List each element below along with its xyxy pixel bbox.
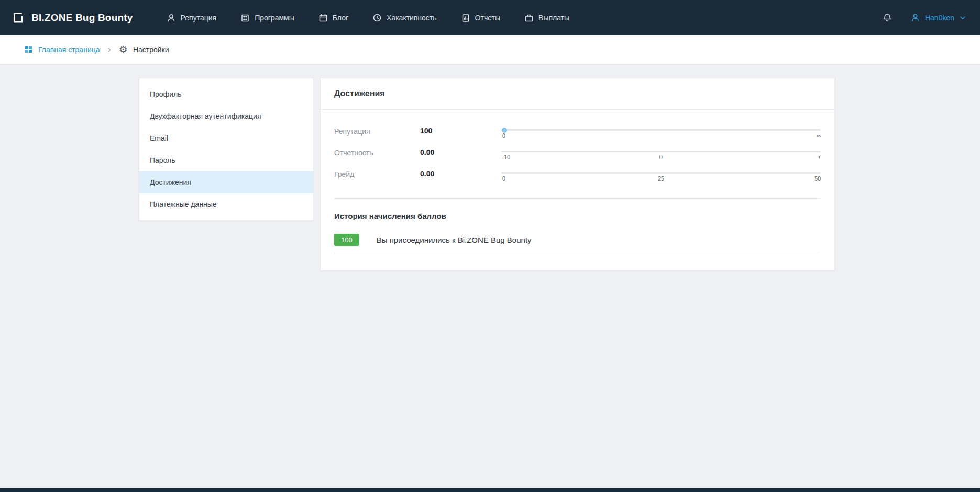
metrics-section: Репутация 100 0 ∞ Отчетность — [334, 110, 821, 199]
user-name: Han0ken — [925, 14, 954, 22]
gear-icon: ⚙ — [119, 44, 128, 54]
scale-max-label: ∞ — [817, 132, 821, 139]
main-content: Профиль Двухфакторная аутентификация Ema… — [0, 64, 980, 271]
navbar-right: Han0ken — [882, 13, 966, 23]
bizone-logo-icon — [12, 11, 25, 24]
slider-scale: -10 0 7 — [501, 154, 821, 162]
sidebar-item-profile[interactable]: Профиль — [139, 83, 313, 105]
nav-item-label: Репутация — [181, 14, 217, 22]
scale-min-label: -10 — [502, 154, 510, 160]
metric-value: 0.00 — [420, 169, 501, 178]
scale-min-label: 0 — [502, 175, 505, 182]
scale-max-label: 7 — [818, 154, 821, 160]
reports-icon — [461, 13, 470, 23]
nav-item-blog[interactable]: Блог — [318, 13, 348, 23]
settings-sidebar: Профиль Двухфакторная аутентификация Ema… — [139, 77, 314, 221]
breadcrumb-home-link[interactable]: Главная страница — [24, 45, 100, 54]
footer — [0, 488, 980, 492]
user-icon — [910, 13, 920, 23]
history-entry-text: Вы присоединились к Bi.ZONE Bug Bounty — [377, 236, 532, 244]
grade-slider: 0 25 50 — [501, 169, 821, 183]
history-entry: 100 Вы присоединились к Bi.ZONE Bug Boun… — [334, 234, 821, 253]
sidebar-item-2fa[interactable]: Двухфакторная аутентификация — [139, 105, 313, 127]
nav-item-label: Хакактивность — [387, 14, 437, 22]
home-grid-icon — [24, 45, 33, 54]
slider-track — [501, 151, 821, 152]
scale-max-label: 50 — [814, 175, 821, 182]
slider-scale: 0 ∞ — [501, 132, 821, 140]
metric-label: Грейд — [334, 169, 420, 178]
notifications-button[interactable] — [882, 13, 893, 23]
slider-track — [501, 129, 821, 131]
blog-icon — [318, 13, 328, 23]
breadcrumb-home-label: Главная страница — [38, 46, 100, 54]
points-history-title: История начисления баллов — [334, 211, 821, 220]
top-navbar: BI.ZONE Bug Bounty Репутация Программы — [0, 0, 980, 35]
reputation-icon — [167, 13, 176, 23]
scale-min-label: 0 — [502, 132, 505, 139]
points-history-section: История начисления баллов 100 Вы присоед… — [334, 199, 821, 268]
sidebar-item-achievements[interactable]: Достижения — [139, 171, 313, 193]
nav-item-label: Программы — [255, 14, 294, 22]
breadcrumb-current: ⚙ Настройки — [119, 44, 169, 54]
payments-icon — [524, 13, 534, 23]
sidebar-item-payment-data[interactable]: Платежные данные — [139, 193, 313, 215]
main-nav: Репутация Программы Блог — [167, 13, 570, 23]
metric-value: 0.00 — [420, 147, 501, 156]
slider-handle — [502, 128, 507, 133]
reputation-slider: 0 ∞ — [501, 126, 821, 140]
nav-item-payments[interactable]: Выплаты — [524, 13, 569, 23]
nav-item-reputation[interactable]: Репутация — [167, 13, 217, 23]
metric-row-reputation: Репутация 100 0 ∞ — [334, 126, 821, 140]
slider-track — [501, 172, 821, 174]
achievements-title: Достижения — [321, 78, 834, 110]
brand-title: BI.ZONE Bug Bounty — [31, 12, 133, 24]
metric-row-reporting: Отчетность 0.00 -10 0 7 — [334, 147, 821, 162]
scale-mid-label: 25 — [658, 175, 664, 182]
nav-item-hackactivity[interactable]: Хакактивность — [372, 13, 437, 23]
metric-value: 100 — [420, 126, 501, 135]
nav-item-label: Отчеты — [475, 14, 500, 22]
nav-item-label: Выплаты — [538, 14, 569, 22]
chevron-down-icon — [959, 14, 966, 21]
bell-icon — [882, 13, 893, 23]
reporting-slider: -10 0 7 — [501, 147, 821, 162]
metric-row-grade: Грейд 0.00 0 25 50 — [334, 169, 821, 183]
brand-logo[interactable]: BI.ZONE Bug Bounty — [12, 11, 133, 24]
points-badge: 100 — [334, 234, 359, 246]
slider-scale: 0 25 50 — [501, 175, 821, 183]
metric-label: Репутация — [334, 126, 420, 136]
hackactivity-icon — [372, 13, 382, 23]
nav-item-label: Блог — [333, 14, 348, 22]
metric-label: Отчетность — [334, 147, 420, 157]
nav-item-reports[interactable]: Отчеты — [461, 13, 500, 23]
nav-item-programs[interactable]: Программы — [240, 13, 294, 23]
user-menu[interactable]: Han0ken — [910, 13, 966, 23]
breadcrumb-current-label: Настройки — [133, 46, 169, 54]
breadcrumb-separator-icon: › — [107, 44, 112, 55]
breadcrumb: Главная страница › ⚙ Настройки — [0, 35, 980, 64]
scale-mid-label: 0 — [659, 154, 663, 160]
programs-icon — [240, 13, 250, 23]
sidebar-item-email[interactable]: Email — [139, 127, 313, 149]
achievements-card: Достижения Репутация 100 0 ∞ — [320, 77, 835, 271]
sidebar-item-password[interactable]: Пароль — [139, 149, 313, 171]
